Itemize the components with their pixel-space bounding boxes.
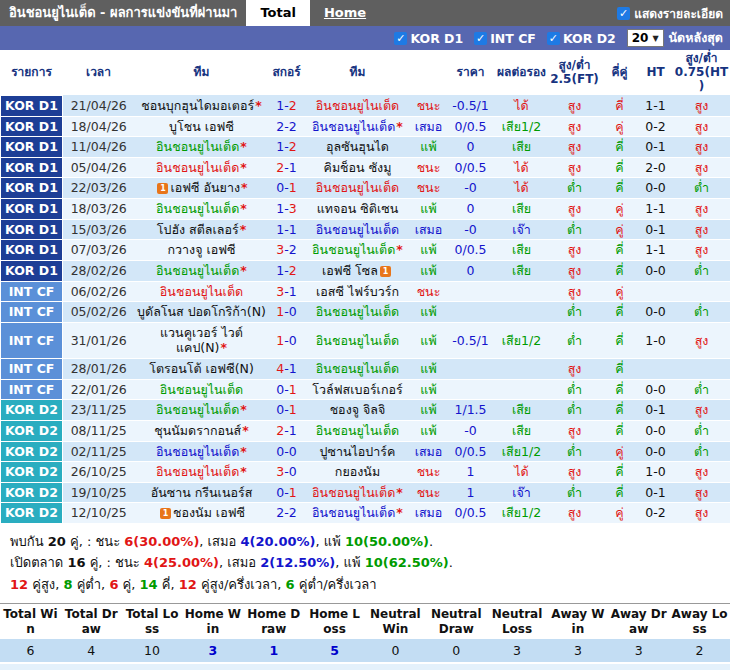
- table-row: KOR D121/04/26ชอนบุกฮุนไดมอเตอร์*1-2อินช…: [1, 95, 730, 116]
- over-under-ft: สูง: [549, 199, 601, 220]
- team-name: แวนคูเวอร์ ไวต์แคป(N): [160, 325, 243, 356]
- league-badge: KOR D1: [1, 240, 63, 261]
- away-team: ปูซานไอปาร์ค: [305, 441, 411, 462]
- handicap-result: เสีย: [495, 260, 549, 281]
- star-marker: *: [240, 222, 247, 237]
- star-marker: *: [240, 402, 247, 417]
- filter-label-kor-d1: KOR D1: [410, 31, 463, 46]
- over-under-ft: สูง: [549, 240, 601, 261]
- team-name: อุลซันฮุนได: [326, 139, 389, 154]
- over-under-ft: สูง: [549, 420, 601, 441]
- handicap-result: เสีย: [495, 400, 549, 421]
- filter-label-kor-d2: KOR D2: [563, 31, 616, 46]
- stats-percent: 30.00%: [0, 663, 61, 670]
- stats-count-row: 6410315003332: [0, 639, 730, 663]
- filter-checkbox-kor-d2[interactable]: ✓: [547, 32, 560, 45]
- home-team: บูโชน เอฟซี: [135, 116, 269, 137]
- filter-checkbox-kor-d1[interactable]: ✓: [394, 32, 407, 45]
- star-marker: *: [396, 119, 403, 134]
- match-date: 05/02/26: [63, 302, 135, 323]
- star-marker: *: [396, 242, 403, 257]
- match-result: แพ้: [411, 379, 447, 400]
- ht-score: 0-0: [639, 178, 673, 199]
- league-badge: KOR D2: [1, 441, 63, 462]
- handicap-result: เสีย1/2: [495, 322, 549, 358]
- table-row: KOR D105/04/26อินชอนยูไนเต็ด*2-1คิมช็อน …: [1, 157, 730, 178]
- stats-count: 3: [182, 639, 243, 663]
- results-table: รายการ เวลา ทีม สกอร์ ทีม ราคา ผลต่อรอง …: [0, 50, 730, 524]
- filter-checkbox-int-cf[interactable]: ✓: [474, 32, 487, 45]
- match-score: 2-1: [269, 420, 305, 441]
- tab-home[interactable]: Home: [310, 0, 380, 26]
- team-name: อินชอนยูไนเต็ด: [316, 361, 399, 376]
- league-badge: KOR D2: [1, 400, 63, 421]
- stats-count: 3: [547, 639, 608, 663]
- league-badge: INT CF: [1, 322, 63, 358]
- match-score: 1-2: [269, 137, 305, 158]
- team-name: บูดัลโนส ปอดโกริก้า(N): [137, 304, 266, 319]
- league-badge: INT CF: [1, 281, 63, 302]
- star-marker: *: [241, 180, 248, 195]
- stats-header: Total Win: [0, 604, 61, 639]
- summary-line: พบกัน 20 คู่, : ชนะ 6(30.00%), เสมอ 4(20…: [10, 531, 720, 552]
- match-date: 22/01/26: [63, 379, 135, 400]
- home-team: อินชอนยูไนเต็ด*: [135, 157, 269, 178]
- team-name: แทจอน ซิติเซน: [317, 201, 399, 216]
- ht-score: 0-0: [639, 420, 673, 441]
- match-count-value: 20: [632, 31, 649, 45]
- over-under-ht: ต่ำ: [673, 178, 730, 199]
- match-score: 2-2: [269, 116, 305, 137]
- stats-header: Home Loss: [304, 604, 365, 639]
- match-score: 1-1: [269, 219, 305, 240]
- tab-total[interactable]: Total: [246, 0, 310, 26]
- stats-percent: 37.50%: [547, 663, 608, 670]
- away-team: เอสซี ไฟร์บวร์ก: [305, 281, 411, 302]
- handicap-price: [447, 379, 495, 400]
- table-row: KOR D118/03/26อินชอนยูไนเต็ด*1-3แทจอน ซิ…: [1, 199, 730, 220]
- results-header-row: รายการ เวลา ทีม สกอร์ ทีม ราคา ผลต่อรอง …: [1, 50, 730, 95]
- col-header-home-team: ทีม: [135, 50, 269, 95]
- team-name: ชองนัม เอฟซี: [173, 505, 245, 520]
- table-row: KOR D122/03/261เอฟซี อันยาง*0-1อินชอนยูไ…: [1, 178, 730, 199]
- ht-score: 0-1: [639, 137, 673, 158]
- odd-even: คี่: [601, 260, 639, 281]
- team-name: เอฟซี โซล: [322, 263, 378, 278]
- show-details-checkbox[interactable]: ✓: [617, 7, 630, 20]
- match-count-select[interactable]: 20 ▼: [627, 29, 664, 47]
- results-body: KOR D121/04/26ชอนบุกฮุนไดมอเตอร์*1-2อินช…: [1, 95, 730, 523]
- league-badge: KOR D1: [1, 95, 63, 116]
- match-date: 23/11/25: [63, 400, 135, 421]
- stats-header: Total Loss: [122, 604, 183, 639]
- ht-score: 0-0: [639, 441, 673, 462]
- stats-header-row: Total WinTotal DrawTotal LossHome WinHom…: [0, 604, 730, 639]
- team-name: อินชอนยูไนเต็ด: [156, 139, 239, 154]
- stats-percent: 20.00%: [61, 663, 122, 670]
- match-date: 28/01/26: [63, 359, 135, 380]
- home-team: โปฮัง สตีลเลอร์*: [135, 219, 269, 240]
- home-team: กวางจู เอฟซี: [135, 240, 269, 261]
- over-under-ft: สูง: [549, 137, 601, 158]
- match-date: 05/04/26: [63, 157, 135, 178]
- match-date: 22/03/26: [63, 178, 135, 199]
- handicap-price: 0/0.5: [447, 441, 495, 462]
- col-header-over-under-ht: สูง/ต่ำ 0.75(HT): [673, 50, 730, 95]
- home-team: ชุนนัมดรากอนส์*: [135, 420, 269, 441]
- stats-percent: 100.00%: [487, 663, 548, 670]
- stats-header: Away Loss: [669, 604, 730, 639]
- home-team: อินชอนยูไนเต็ด*: [135, 462, 269, 483]
- match-score: 1-3: [269, 199, 305, 220]
- team-name: อินชอนยูไนเต็ด: [156, 201, 239, 216]
- home-team: ชอนบุกฮุนไดมอเตอร์*: [135, 95, 269, 116]
- stats-percent-row: 30.00%20.00%50.00%33.33%11.11%55.56%0.00…: [0, 663, 730, 670]
- over-under-ht: สูง: [673, 95, 730, 116]
- team-name: อินชอนยูไนเต็ด: [156, 464, 239, 479]
- handicap-price: 1: [447, 462, 495, 483]
- match-result: แพ้: [411, 260, 447, 281]
- col-header-ht: HT: [639, 50, 673, 95]
- handicap-result: [495, 379, 549, 400]
- odd-even: คี่: [601, 420, 639, 441]
- ht-score: 1-1: [639, 199, 673, 220]
- show-details-label: แสดงรายละเอียด: [634, 4, 723, 23]
- away-team: เอฟซี โซล1: [305, 260, 411, 281]
- team-name: ชองจู จิลจิ: [330, 402, 386, 417]
